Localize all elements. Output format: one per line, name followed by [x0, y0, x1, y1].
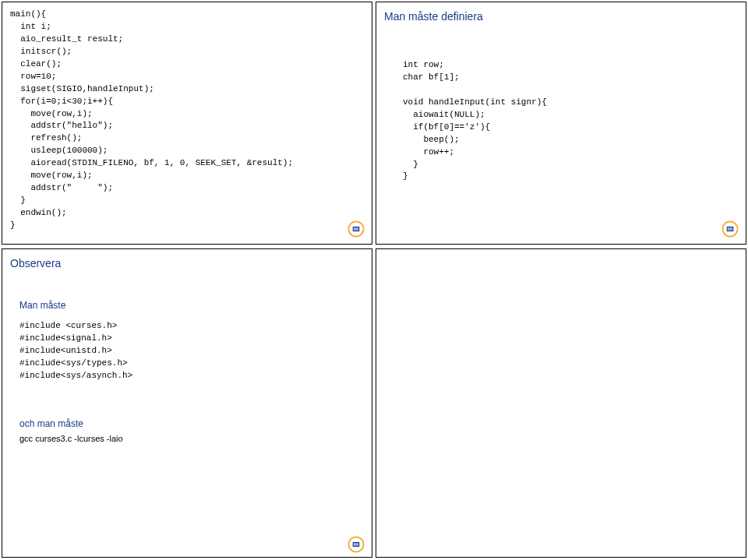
university-logo-icon — [347, 220, 365, 238]
svg-rect-8 — [729, 227, 730, 230]
subheading-och-man: och man måste — [19, 417, 364, 431]
svg-rect-12 — [354, 543, 355, 545]
slide-bottom-right — [376, 248, 746, 558]
svg-rect-2 — [354, 227, 355, 230]
svg-rect-7 — [728, 227, 729, 230]
heading-definiera: Man måste definiera — [384, 9, 738, 25]
heading-observera: Observera — [10, 255, 364, 272]
subheading-man-maste: Man måste — [19, 298, 364, 312]
svg-rect-13 — [355, 543, 356, 545]
university-logo-icon — [347, 535, 365, 554]
slide-top-right: Man måste definiera int row; char bf[1];… — [376, 2, 746, 245]
svg-rect-14 — [357, 543, 358, 545]
svg-rect-9 — [731, 227, 732, 230]
code-block-main: main(){ int i; aio_result_t result; init… — [10, 9, 364, 232]
code-block-includes: #include <curses.h> #include<signal.h> #… — [19, 320, 364, 382]
slide-bottom-left: Observera Man måste #include <curses.h> … — [2, 248, 372, 558]
code-block-defs: int row; char bf[1]; void handleInput(in… — [403, 59, 738, 183]
slide-top-left: main(){ int i; aio_result_t result; init… — [2, 2, 372, 245]
svg-rect-4 — [357, 227, 358, 230]
university-logo-icon — [721, 220, 739, 238]
svg-rect-3 — [355, 227, 356, 230]
compile-command: gcc curses3.c -lcurses -laio — [19, 432, 364, 446]
